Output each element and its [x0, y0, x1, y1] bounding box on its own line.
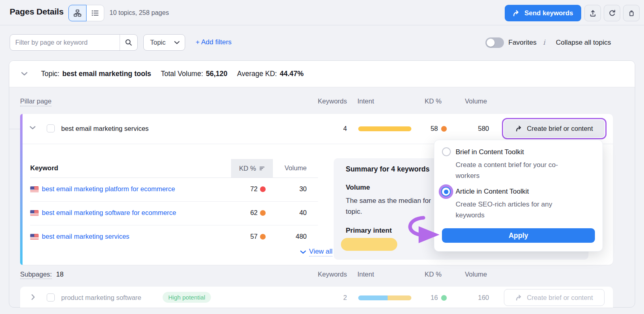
- subpage-kd-value: 16: [407, 294, 438, 302]
- total-volume-value: 56,120: [206, 70, 228, 78]
- keyword-kd-dot: [260, 210, 266, 216]
- toggle-knob: [487, 39, 495, 47]
- delete-button[interactable]: [623, 5, 640, 21]
- kd-column-header: KD %: [425, 271, 442, 278]
- upload-icon: [589, 9, 597, 17]
- info-icon[interactable]: i: [543, 38, 545, 46]
- us-flag-icon: [30, 234, 39, 240]
- kd-column-header: KD %: [425, 97, 442, 105]
- apply-button[interactable]: Apply: [442, 228, 595, 243]
- keyword-volume: 40: [275, 209, 307, 217]
- search-icon: [125, 39, 132, 46]
- apply-label: Apply: [509, 231, 528, 240]
- view-all-label: View all: [309, 248, 332, 256]
- us-flag-icon: [30, 186, 39, 192]
- pillar-keywords-count: 4: [307, 125, 347, 132]
- chevron-down-icon: [174, 41, 180, 44]
- create-brief-label: Create brief or content: [527, 125, 593, 132]
- average-kd-value: 44.47%: [280, 70, 303, 78]
- pages-details-screen: Pages Details 10 topics, 258 pages: [0, 0, 644, 314]
- tree-connector: [9, 129, 20, 129]
- pillar-kd-value: 58: [407, 125, 438, 132]
- total-volume-label: Total Volume:: [161, 70, 203, 78]
- share-arrow-icon: [516, 126, 523, 132]
- topic-header-row: Topic: best email marketing tools Total …: [9, 61, 635, 87]
- pillar-row-checkbox[interactable]: [47, 124, 55, 132]
- pillar-collapse-chevron-icon[interactable]: [30, 126, 35, 130]
- pillar-kd-dot: [441, 126, 447, 132]
- row-divider: [30, 201, 318, 202]
- keyword-kd: 57: [225, 233, 258, 240]
- send-keywords-button[interactable]: Send keywords: [505, 5, 581, 21]
- keyword-kd: 62: [225, 209, 258, 217]
- radio-dot: [444, 190, 448, 194]
- kd-header-label: KD %: [239, 165, 256, 172]
- topics-view-toggle[interactable]: [68, 5, 87, 21]
- refresh-button[interactable]: [604, 5, 620, 21]
- topic-collapse-chevron-icon[interactable]: [21, 72, 27, 76]
- brief-option-label[interactable]: Brief in Content Toolkit: [456, 148, 524, 156]
- subpages-label-row: Subpages: 18: [20, 271, 64, 278]
- summary-volume-text-line2: topic.: [346, 206, 362, 217]
- summary-title: Summary for 4 keywords: [346, 165, 429, 174]
- keyword-kd-dot: [260, 234, 266, 240]
- volume-column-header: Volume: [465, 271, 487, 278]
- kd-sort-header[interactable]: KD %: [231, 159, 273, 178]
- subpages-label[interactable]: Subpages:: [20, 271, 52, 279]
- pillar-page-column-header[interactable]: Pillar page: [20, 97, 52, 106]
- volume-table-header: Volume: [275, 164, 307, 172]
- search-input[interactable]: Filter by page or keyword: [10, 34, 138, 51]
- keyword-kd-dot: [260, 186, 266, 192]
- pillar-intent-bar: [358, 126, 411, 131]
- subpage-expand-chevron-icon[interactable]: [31, 294, 35, 300]
- subpage-row-checkbox[interactable]: [47, 293, 55, 302]
- subpages-count: 18: [56, 271, 64, 278]
- favorites-toggle[interactable]: [485, 37, 504, 48]
- view-all-link[interactable]: View all: [274, 247, 359, 257]
- collapse-all-topics-link[interactable]: Collapse all topics: [556, 39, 611, 47]
- summary-volume-text-line1: The same as the median for: [346, 195, 431, 206]
- share-arrow-icon: [513, 10, 520, 17]
- search-placeholder: Filter by page or keyword: [10, 39, 120, 46]
- table-header-divider: [30, 178, 318, 178]
- article-radio-selected[interactable]: [441, 187, 451, 196]
- sort-icon: [259, 165, 265, 171]
- export-button[interactable]: [584, 5, 601, 21]
- add-filters-link[interactable]: + Add filters: [196, 38, 231, 46]
- pillar-accent-bar: [20, 114, 23, 265]
- summary-primary-intent-label: Primary intent: [346, 227, 392, 235]
- keyword-table-header: Keyword: [30, 164, 58, 172]
- subpage-title[interactable]: product marketing software: [61, 294, 141, 302]
- refresh-icon: [608, 9, 616, 17]
- keywords-column-header: Keywords: [307, 97, 347, 105]
- us-flag-icon: [30, 210, 39, 216]
- search-button[interactable]: [120, 35, 137, 50]
- topics-pages-count: 10 topics, 258 pages: [109, 9, 169, 17]
- subpage-intent-bar: [358, 295, 411, 300]
- brief-radio[interactable]: [442, 147, 451, 156]
- article-option-label[interactable]: Article in Content Toolkit: [456, 188, 529, 196]
- keyword-link[interactable]: best email marketing software for ecomme…: [42, 209, 176, 217]
- favorites-label: Favorites: [508, 39, 537, 47]
- subpage-create-brief-button[interactable]: Create brief or content: [504, 289, 605, 306]
- keywords-column-header: Keywords: [307, 271, 347, 278]
- keyword-link[interactable]: best email marketing services: [42, 233, 129, 240]
- row-divider: [30, 225, 318, 225]
- keyword-volume: 480: [275, 233, 307, 240]
- subpage-create-brief-label: Create brief or content: [527, 294, 593, 302]
- topic-filter-label: Topic: [150, 39, 166, 46]
- subpage-volume-value: 160: [449, 294, 489, 302]
- topic-label: Topic:: [41, 70, 60, 78]
- annotation-arrow: [402, 215, 447, 246]
- trash-icon: [627, 9, 636, 17]
- list-view-toggle[interactable]: [86, 5, 104, 21]
- send-keywords-label: Send keywords: [524, 9, 573, 17]
- list-icon: [91, 9, 99, 17]
- keyword-link[interactable]: best email marketing platform for ecomme…: [42, 185, 175, 193]
- topic-filter-dropdown[interactable]: Topic: [143, 34, 185, 51]
- chevron-down-icon: [300, 250, 306, 254]
- keyword-kd: 72: [225, 185, 258, 193]
- share-arrow-icon: [516, 295, 523, 301]
- pillar-page-title[interactable]: best email marketing services: [61, 125, 149, 132]
- create-brief-button[interactable]: Create brief or content: [504, 120, 605, 137]
